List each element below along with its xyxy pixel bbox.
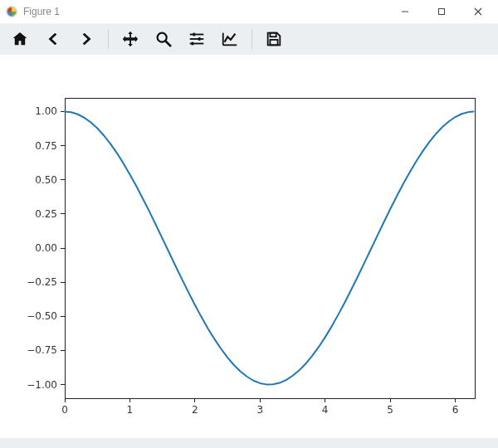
window-close-button[interactable] bbox=[460, 0, 496, 23]
y-tick-label: 0.25 bbox=[35, 208, 57, 220]
y-tick-label: 0.50 bbox=[35, 174, 57, 186]
forward-icon bbox=[77, 30, 95, 48]
window-title: Figure 1 bbox=[23, 6, 60, 17]
line-series bbox=[65, 111, 473, 384]
window-minimize-button[interactable] bbox=[387, 0, 423, 23]
y-tick-label: −0.50 bbox=[27, 310, 57, 322]
figure-canvas[interactable]: 0123456−1.00−0.75−0.50−0.250.000.250.500… bbox=[0, 55, 498, 438]
home-button[interactable] bbox=[3, 25, 37, 53]
home-icon bbox=[11, 30, 29, 48]
x-tick-label: 4 bbox=[322, 404, 329, 416]
configure-subplots-button[interactable] bbox=[180, 25, 213, 53]
window-maximize-button[interactable] bbox=[423, 0, 460, 23]
svg-rect-10 bbox=[193, 33, 195, 37]
x-tick-label: 6 bbox=[452, 404, 459, 416]
back-button[interactable] bbox=[37, 25, 70, 53]
svg-rect-14 bbox=[270, 40, 277, 45]
svg-rect-12 bbox=[192, 42, 194, 46]
y-tick-label: 0.00 bbox=[35, 242, 57, 254]
x-tick-label: 3 bbox=[256, 404, 263, 416]
y-tick-label: 0.75 bbox=[35, 140, 57, 152]
x-tick-label: 1 bbox=[127, 404, 134, 416]
zoom-icon bbox=[154, 30, 173, 48]
svg-line-6 bbox=[166, 41, 171, 46]
x-tick-label: 2 bbox=[192, 404, 198, 416]
toolbar-separator bbox=[108, 29, 109, 49]
y-tick-label: −0.75 bbox=[27, 344, 57, 356]
y-tick-label: −1.00 bbox=[27, 379, 57, 391]
zoom-button[interactable] bbox=[147, 25, 180, 53]
save-button[interactable] bbox=[257, 25, 290, 53]
status-bar bbox=[0, 438, 498, 448]
forward-button[interactable] bbox=[70, 25, 103, 53]
save-icon bbox=[265, 30, 283, 48]
x-tick-label: 0 bbox=[61, 404, 68, 416]
y-tick-label: 1.00 bbox=[35, 105, 57, 117]
axes-edit-icon bbox=[221, 30, 239, 48]
svg-rect-11 bbox=[198, 37, 201, 41]
pan-button[interactable] bbox=[114, 25, 147, 53]
app-icon bbox=[5, 5, 18, 18]
edit-axes-button[interactable] bbox=[213, 25, 247, 53]
back-icon bbox=[44, 30, 62, 48]
matplotlib-toolbar bbox=[0, 23, 498, 55]
svg-rect-13 bbox=[270, 33, 276, 37]
window-titlebar: Figure 1 bbox=[0, 0, 498, 23]
axes: 0123456−1.00−0.75−0.50−0.250.000.250.500… bbox=[0, 55, 498, 438]
svg-rect-2 bbox=[439, 9, 445, 15]
svg-rect-15 bbox=[65, 98, 475, 398]
toolbar-separator bbox=[251, 29, 252, 49]
move-icon bbox=[121, 30, 139, 48]
y-tick-label: −0.25 bbox=[27, 276, 57, 288]
sliders-icon bbox=[188, 30, 206, 48]
x-tick-label: 5 bbox=[387, 404, 393, 416]
